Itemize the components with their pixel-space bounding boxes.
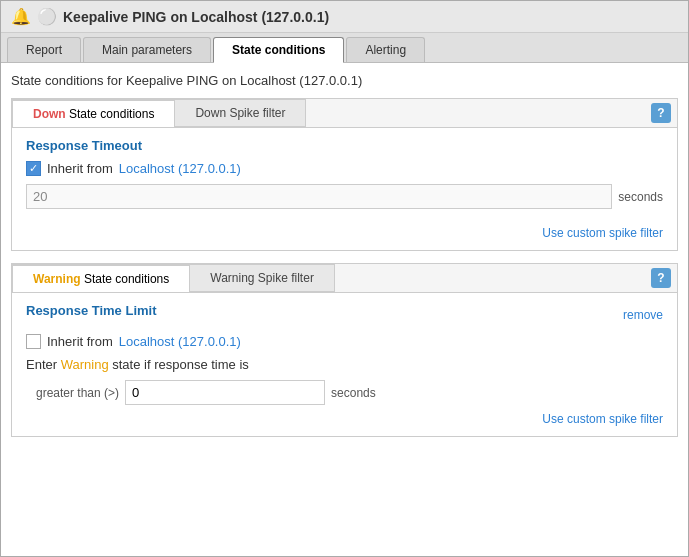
warning-help-icon: ? bbox=[657, 271, 664, 285]
warning-greater-row: greater than (>) seconds bbox=[26, 380, 663, 405]
tab-alerting[interactable]: Alerting bbox=[346, 37, 425, 62]
app-icon: 🔔 bbox=[11, 7, 31, 26]
enter-text-before: Enter bbox=[26, 357, 61, 372]
warning-label: Warning bbox=[33, 272, 84, 286]
warning-inherit-link[interactable]: Localhost (127.0.0.1) bbox=[119, 334, 241, 349]
warning-section-header: Warning State conditions Warning Spike f… bbox=[12, 264, 677, 293]
warning-help-button[interactable]: ? bbox=[651, 268, 671, 288]
warning-spike-filter-tab[interactable]: Warning Spike filter bbox=[190, 264, 335, 292]
down-inherit-row: Inherit from Localhost (127.0.0.1) bbox=[26, 161, 663, 176]
tab-main-parameters-label: Main parameters bbox=[102, 43, 192, 57]
warning-inherit-row: Inherit from Localhost (127.0.0.1) bbox=[26, 334, 663, 349]
down-subsection-title: Response Timeout bbox=[26, 138, 663, 153]
tab-bar: Report Main parameters State conditions … bbox=[1, 33, 688, 63]
warning-spike-filter-link-row: Use custom spike filter bbox=[26, 411, 663, 426]
warning-section: Warning State conditions Warning Spike f… bbox=[11, 263, 678, 437]
down-section-body: Response Timeout Inherit from Localhost … bbox=[12, 128, 677, 250]
down-inherit-label: Inherit from bbox=[47, 161, 113, 176]
tab-report-label: Report bbox=[26, 43, 62, 57]
title-bar: 🔔 ⚪ Keepalive PING on Localhost (127.0.0… bbox=[1, 1, 688, 33]
down-spike-filter-link-row: Use custom spike filter bbox=[26, 225, 663, 240]
down-state-conditions-tab[interactable]: Down State conditions bbox=[12, 99, 175, 127]
down-section: Down State conditions Down Spike filter … bbox=[11, 98, 678, 251]
down-label: Down bbox=[33, 107, 69, 121]
down-state-conditions-label: State conditions bbox=[69, 107, 154, 121]
down-input-row: seconds bbox=[26, 184, 663, 209]
tab-state-conditions[interactable]: State conditions bbox=[213, 37, 344, 63]
down-unit-label: seconds bbox=[618, 190, 663, 204]
tab-report[interactable]: Report bbox=[7, 37, 81, 62]
page-title: State conditions for Keepalive PING on L… bbox=[11, 73, 678, 88]
warning-state-conditions-tab[interactable]: Warning State conditions bbox=[12, 264, 190, 292]
down-timeout-input[interactable] bbox=[26, 184, 612, 209]
down-help-button[interactable]: ? bbox=[651, 103, 671, 123]
warning-inherit-checkbox[interactable] bbox=[26, 334, 41, 349]
warning-state-conditions-label: State conditions bbox=[84, 272, 169, 286]
warning-subsection-title: Response Time Limit bbox=[26, 303, 157, 318]
warning-greater-input[interactable] bbox=[125, 380, 325, 405]
down-inherit-link[interactable]: Localhost (127.0.0.1) bbox=[119, 161, 241, 176]
status-icon: ⚪ bbox=[37, 7, 57, 26]
content-area: State conditions for Keepalive PING on L… bbox=[1, 63, 688, 556]
warning-remove-link[interactable]: remove bbox=[623, 308, 663, 322]
tab-state-conditions-label: State conditions bbox=[232, 43, 325, 57]
warning-spike-filter-link[interactable]: Use custom spike filter bbox=[542, 412, 663, 426]
warning-inherit-label: Inherit from bbox=[47, 334, 113, 349]
warning-section-body: Response Time Limit remove Inherit from … bbox=[12, 293, 677, 436]
down-spike-filter-label: Down Spike filter bbox=[195, 106, 285, 120]
main-window: 🔔 ⚪ Keepalive PING on Localhost (127.0.0… bbox=[0, 0, 689, 557]
down-section-header: Down State conditions Down Spike filter … bbox=[12, 99, 677, 128]
tab-alerting-label: Alerting bbox=[365, 43, 406, 57]
greater-than-label: greater than (>) bbox=[26, 386, 119, 400]
enter-text-after: state if response time is bbox=[109, 357, 249, 372]
enter-warning-text: Warning bbox=[61, 357, 109, 372]
warning-enter-row: Enter Warning state if response time is bbox=[26, 357, 663, 372]
window-title: Keepalive PING on Localhost (127.0.0.1) bbox=[63, 9, 329, 25]
warning-spike-filter-label: Warning Spike filter bbox=[210, 271, 314, 285]
tab-main-parameters[interactable]: Main parameters bbox=[83, 37, 211, 62]
down-help-icon: ? bbox=[657, 106, 664, 120]
down-inherit-checkbox[interactable] bbox=[26, 161, 41, 176]
warning-unit-label: seconds bbox=[331, 386, 376, 400]
down-spike-filter-tab[interactable]: Down Spike filter bbox=[175, 99, 306, 127]
down-spike-filter-link[interactable]: Use custom spike filter bbox=[542, 226, 663, 240]
